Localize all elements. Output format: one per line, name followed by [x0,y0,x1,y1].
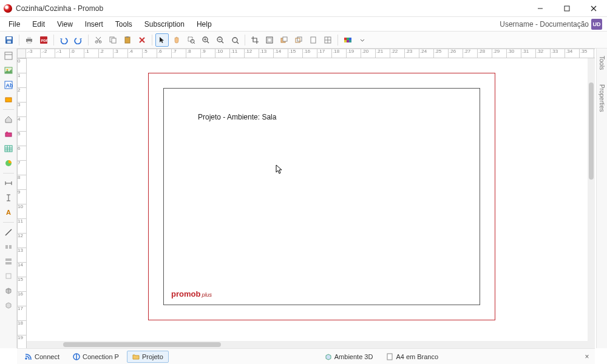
save-icon[interactable] [2,33,16,47]
tab-connection-p[interactable]: Conection P [67,351,124,363]
page-icon[interactable] [307,33,320,47]
page-boundary: Projeto - Ambiente: Sala promobplus [148,73,495,320]
hand-tool-icon[interactable] [170,33,183,47]
svg-text:A: A [6,209,11,216]
document-heading-text: Projeto - Ambiente: Sala [198,113,276,121]
app-icon [4,4,12,13]
left-dock: Ab A [0,49,17,348]
zoom-area-icon[interactable] [185,33,198,47]
dropdown-icon[interactable] [356,33,369,47]
right-tab-properties[interactable]: Properties [598,81,606,116]
svg-rect-22 [188,37,192,41]
svg-point-53 [6,69,8,71]
svg-rect-48 [347,40,349,42]
right-tab-tools[interactable]: Tools [598,52,606,73]
svg-rect-56 [5,98,12,102]
dock-dim-h-icon[interactable] [2,177,15,189]
svg-rect-35 [268,38,271,42]
dock-group3-icon[interactable] [2,270,15,282]
svg-text:PDF: PDF [41,39,49,42]
svg-rect-1 [565,6,569,11]
dock-group1-icon[interactable] [2,241,15,253]
menu-subscription[interactable]: Subscription [138,18,191,30]
svg-rect-82 [387,354,392,360]
svg-line-24 [194,42,195,44]
dock-shape-icon[interactable] [2,93,15,106]
dock-layout-icon[interactable] [2,50,15,62]
svg-rect-59 [5,146,12,152]
tab-close-button[interactable]: × [582,352,592,361]
svg-rect-74 [9,245,12,249]
page-icon [386,353,393,360]
dock-chart-icon[interactable] [2,157,15,169]
user-label: Username - Documentação [500,20,589,29]
maximize-button[interactable] [554,0,580,17]
svg-rect-57 [5,133,12,136]
cut-icon[interactable] [92,33,105,47]
dock-dim-v-icon[interactable] [2,192,15,204]
right-dock: Tools Properties [596,49,607,348]
svg-rect-17 [112,38,116,43]
color-swatch-icon[interactable] [341,33,354,47]
dock-image-icon[interactable] [2,64,15,76]
dock-module-icon[interactable] [2,128,15,140]
main-toolbar: PDF [0,32,607,49]
svg-rect-47 [344,40,347,42]
layers-back-icon[interactable] [292,33,305,47]
ruler-horizontal[interactable]: .-3.-2.-1.0.1.2.3.4.5.6.7.8.9.10.11.12.1… [25,49,595,58]
grid-icon[interactable] [321,33,334,47]
paste-icon[interactable] [121,33,134,47]
scrollbar-horizontal[interactable] [27,341,588,348]
tab-a4-blank[interactable]: A4 em Branco [381,351,444,363]
tab-ambiente-3d[interactable]: Ambiente 3D [319,351,379,363]
menubar: File Edit View Insert Tools Subscription… [0,17,607,32]
page-content-frame: Projeto - Ambiente: Sala promobplus [163,88,480,305]
crop-icon[interactable] [248,33,262,47]
zoom-in-icon[interactable] [199,33,212,47]
close-button[interactable] [580,0,607,17]
svg-rect-19 [126,36,129,38]
menu-help[interactable]: Help [191,18,218,30]
dock-cube2-icon[interactable] [2,299,15,311]
tab-connect[interactable]: Connect [19,351,65,363]
print-icon[interactable] [22,33,36,47]
promob-icon [73,353,80,360]
svg-rect-5 [7,37,12,39]
dock-cube1-icon[interactable] [2,285,15,297]
scrollbar-vertical[interactable] [588,58,595,341]
scrollbar-thumb[interactable] [63,342,221,347]
copy-icon[interactable] [106,33,120,47]
pointer-tool-icon[interactable] [155,33,169,47]
svg-rect-44 [344,38,347,40]
layers-front-icon[interactable] [277,33,291,47]
dock-label-a-icon[interactable]: A [2,206,15,218]
dock-text-icon[interactable]: Ab [2,79,15,91]
redo-icon[interactable] [72,33,85,47]
user-badge[interactable]: UD [591,19,602,30]
menu-file[interactable]: File [2,18,26,30]
minimize-button[interactable] [527,0,554,17]
canvas-area[interactable]: Projeto - Ambiente: Sala promobplus [27,58,595,348]
svg-rect-46 [349,38,351,40]
delete-icon[interactable] [135,33,149,47]
menu-edit[interactable]: Edit [26,18,51,30]
zoom-fit-icon[interactable] [228,33,242,47]
undo-icon[interactable] [57,33,70,47]
scrollbar-thumb[interactable] [589,83,594,180]
dock-table-icon[interactable] [2,143,15,155]
pdf-icon[interactable]: PDF [37,33,50,47]
ruler-vertical[interactable]: 01234567891011121314151617181920 [17,58,27,348]
menu-insert[interactable]: Insert [79,18,109,30]
menu-view[interactable]: View [51,18,79,30]
svg-line-33 [237,42,239,44]
svg-rect-6 [7,41,11,43]
frame-icon[interactable] [263,33,276,47]
dock-line-icon[interactable] [2,226,15,238]
zoom-out-icon[interactable] [214,33,227,47]
dock-group2-icon[interactable] [2,255,15,268]
dock-home-icon[interactable] [2,113,15,126]
menu-tools[interactable]: Tools [109,18,138,30]
tab-projeto[interactable]: Projeto [127,351,169,363]
svg-line-14 [97,37,101,42]
svg-line-15 [96,37,100,42]
